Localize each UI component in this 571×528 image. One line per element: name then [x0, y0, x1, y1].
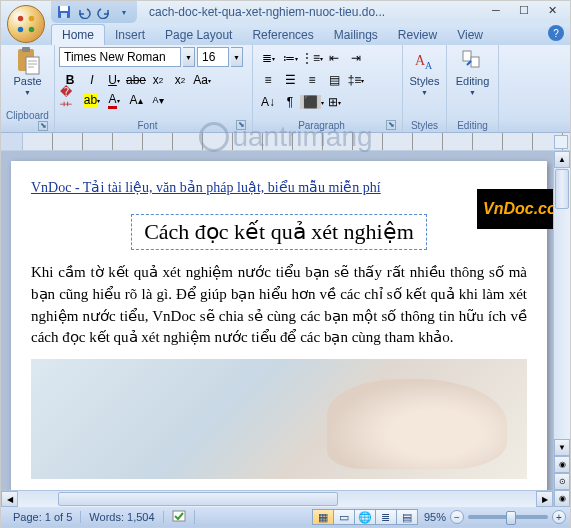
- paste-button[interactable]: Paste ▼: [5, 47, 50, 98]
- shading-button[interactable]: ⬛▾: [301, 91, 323, 113]
- decrease-indent-button[interactable]: ⇤: [323, 47, 345, 69]
- qat-customize-button[interactable]: ▾: [115, 3, 133, 21]
- web-layout-view[interactable]: 🌐: [354, 509, 376, 525]
- styles-button[interactable]: AA Styles ▼: [407, 47, 442, 98]
- align-center-button[interactable]: ☰: [279, 69, 301, 91]
- font-size-combo[interactable]: 16: [197, 47, 229, 67]
- group-clipboard: Paste ▼ Clipboard⬊: [1, 45, 55, 132]
- line-spacing-button[interactable]: ‡≡▾: [345, 69, 367, 91]
- horizontal-scroll-thumb[interactable]: [58, 492, 338, 506]
- maximize-button[interactable]: ☐: [510, 1, 538, 19]
- save-button[interactable]: [55, 3, 73, 21]
- tab-home[interactable]: Home: [51, 24, 105, 45]
- editing-label: Editing: [456, 75, 490, 87]
- spell-check-status[interactable]: [164, 510, 195, 524]
- vertical-scroll-thumb[interactable]: [555, 169, 569, 209]
- zoom-in-button[interactable]: +: [552, 510, 566, 524]
- tab-selector[interactable]: [1, 133, 23, 150]
- prev-page-button[interactable]: ◉: [554, 456, 570, 473]
- vertical-scrollbar[interactable]: ▲ ▼ ◉ ⊙ ◉: [553, 151, 570, 507]
- shrink-font-button[interactable]: A▾: [147, 90, 169, 110]
- ribbon: Paste ▼ Clipboard⬊ Times New Roman ▼ 16 …: [1, 45, 570, 133]
- clipboard-launcher[interactable]: ⬊: [38, 121, 48, 131]
- quick-access-toolbar: ▾: [51, 1, 137, 23]
- font-color-button[interactable]: A▾: [103, 90, 125, 110]
- view-buttons: ▦ ▭ 🌐 ≣ ▤: [313, 509, 418, 525]
- zoom-level[interactable]: 95%: [424, 511, 446, 523]
- highlight-button[interactable]: ab▾: [81, 90, 103, 110]
- borders-button[interactable]: ⊞▾: [323, 91, 345, 113]
- editing-button[interactable]: Editing ▼: [451, 47, 494, 98]
- svg-rect-5: [60, 6, 68, 11]
- help-button[interactable]: ?: [548, 25, 564, 41]
- change-case-button[interactable]: Aa▾: [191, 70, 213, 90]
- word-count[interactable]: Words: 1,504: [81, 511, 163, 523]
- ruler-toggle[interactable]: [554, 135, 568, 149]
- scroll-down-button[interactable]: ▼: [554, 439, 570, 456]
- styles-group-label[interactable]: Styles: [407, 119, 442, 132]
- document-title-selected[interactable]: Cách đọc kết quả xét nghiệm: [131, 214, 427, 250]
- justify-button[interactable]: ▤: [323, 69, 345, 91]
- next-page-button[interactable]: ◉: [554, 490, 570, 507]
- zoom-slider[interactable]: [468, 515, 548, 519]
- italic-button[interactable]: I: [81, 70, 103, 90]
- grow-font-button[interactable]: A▴: [125, 90, 147, 110]
- zoom-out-button[interactable]: −: [450, 510, 464, 524]
- tab-review[interactable]: Review: [388, 25, 447, 45]
- document-paragraph[interactable]: Khi cầm tờ kết quả xét nghiệm nước tiểu …: [31, 262, 527, 349]
- font-name-dropdown[interactable]: ▼: [183, 47, 195, 67]
- statusbar: Page: 1 of 5 Words: 1,504 ▦ ▭ 🌐 ≣ ▤ 95% …: [1, 507, 570, 527]
- tab-mailings[interactable]: Mailings: [324, 25, 388, 45]
- titlebar: ▾ cach-doc-ket-qua-xet-nghiem-nuoc-tieu.…: [1, 1, 570, 23]
- horizontal-scrollbar[interactable]: ◀ ▶: [1, 490, 553, 507]
- document-area: VnDoc.co VnDoc - Tải tài liệu, văn bản p…: [1, 151, 570, 507]
- underline-button[interactable]: U▾: [103, 70, 125, 90]
- svg-text:A: A: [425, 60, 433, 71]
- font-size-dropdown[interactable]: ▼: [231, 47, 243, 67]
- tab-page-layout[interactable]: Page Layout: [155, 25, 242, 45]
- print-layout-view[interactable]: ▦: [312, 509, 334, 525]
- horizontal-ruler[interactable]: [23, 133, 570, 150]
- multilevel-button[interactable]: ⋮≡▾: [301, 47, 323, 69]
- font-name-combo[interactable]: Times New Roman: [59, 47, 181, 67]
- subscript-button[interactable]: x2: [147, 70, 169, 90]
- font-launcher[interactable]: ⬊: [236, 120, 246, 130]
- sort-button[interactable]: A↓: [257, 91, 279, 113]
- scroll-left-button[interactable]: ◀: [1, 491, 18, 507]
- clear-formatting-button[interactable]: �艹: [59, 90, 81, 110]
- document-page[interactable]: VnDoc.co VnDoc - Tải tài liệu, văn bản p…: [11, 161, 547, 507]
- minimize-button[interactable]: ─: [482, 1, 510, 19]
- align-left-button[interactable]: ≡: [257, 69, 279, 91]
- draft-view[interactable]: ▤: [396, 509, 418, 525]
- close-button[interactable]: ✕: [538, 1, 566, 19]
- superscript-button[interactable]: x2: [169, 70, 191, 90]
- strikethrough-button[interactable]: abe: [125, 70, 147, 90]
- increase-indent-button[interactable]: ⇥: [345, 47, 367, 69]
- clipboard-group-label[interactable]: Clipboard⬊: [5, 109, 50, 132]
- svg-point-2: [18, 27, 24, 33]
- office-button[interactable]: [7, 5, 45, 43]
- browse-object-button[interactable]: ⊙: [554, 473, 570, 490]
- redo-button[interactable]: [95, 3, 113, 21]
- scroll-up-button[interactable]: ▲: [554, 151, 570, 168]
- paragraph-launcher[interactable]: ⬊: [386, 120, 396, 130]
- tab-insert[interactable]: Insert: [105, 25, 155, 45]
- editing-group-label[interactable]: Editing: [451, 119, 494, 132]
- ruler-bar: [1, 133, 570, 151]
- align-right-button[interactable]: ≡: [301, 69, 323, 91]
- bullets-button[interactable]: ≣▾: [257, 47, 279, 69]
- font-group-label[interactable]: Font⬊: [59, 119, 248, 132]
- tab-references[interactable]: References: [242, 25, 323, 45]
- document-hyperlink[interactable]: VnDoc - Tải tài liệu, văn bản pháp luật,…: [31, 180, 381, 195]
- svg-rect-8: [22, 47, 30, 52]
- scroll-right-button[interactable]: ▶: [536, 491, 553, 507]
- undo-button[interactable]: [75, 3, 93, 21]
- find-icon: [461, 49, 485, 73]
- tab-view[interactable]: View: [447, 25, 493, 45]
- full-screen-view[interactable]: ▭: [333, 509, 355, 525]
- show-marks-button[interactable]: ¶: [279, 91, 301, 113]
- page-indicator[interactable]: Page: 1 of 5: [5, 511, 81, 523]
- numbering-button[interactable]: ≔▾: [279, 47, 301, 69]
- paragraph-group-label[interactable]: Paragraph⬊: [257, 119, 398, 132]
- outline-view[interactable]: ≣: [375, 509, 397, 525]
